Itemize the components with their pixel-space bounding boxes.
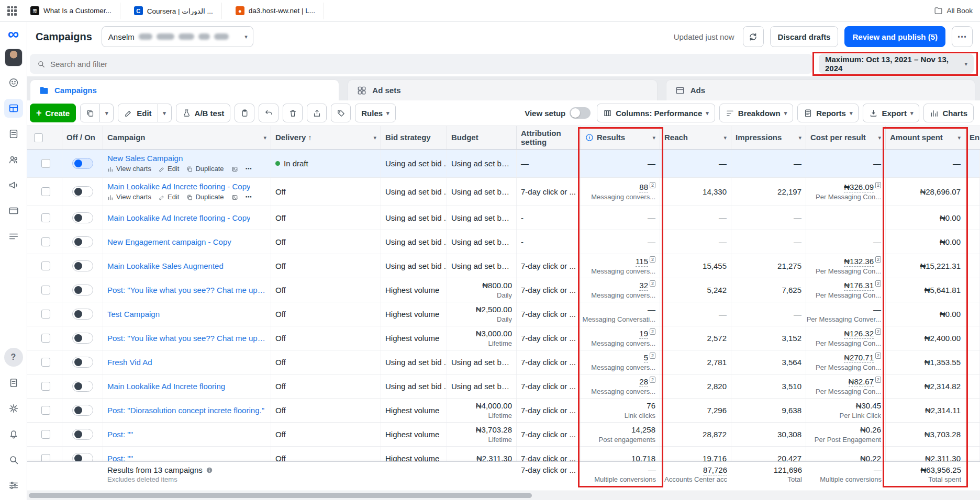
column-header-bid-strategy[interactable]: Bid strategy <box>381 126 447 149</box>
settings-button[interactable] <box>4 399 23 418</box>
row-checkbox[interactable] <box>41 358 50 367</box>
campaign-toggle[interactable] <box>72 309 93 320</box>
campaign-toggle[interactable] <box>72 236 93 247</box>
column-header-impressions[interactable]: Impressions▾ <box>731 126 806 149</box>
campaign-toggle[interactable] <box>72 186 93 197</box>
sidebar-item-overview[interactable] <box>4 73 23 92</box>
campaign-name-link[interactable]: New Sales Campaign <box>107 154 183 163</box>
export-button[interactable]: Export▾ <box>863 104 919 122</box>
help-button[interactable]: ? <box>4 348 23 367</box>
edit-action[interactable]: Edit <box>159 165 179 173</box>
discard-drafts-button[interactable]: Discard drafts <box>770 26 839 47</box>
view-charts-action[interactable]: View charts <box>107 165 151 173</box>
row-checkbox[interactable] <box>41 430 50 439</box>
review-publish-button[interactable]: Review and publish (5) <box>844 26 945 47</box>
charts-button[interactable]: Charts <box>923 104 974 122</box>
campaign-toggle[interactable] <box>72 429 93 440</box>
edit-button[interactable]: Edit <box>118 104 158 122</box>
campaign-name-link[interactable]: Fresh Vid Ad <box>107 358 152 367</box>
edit-action[interactable]: Edit <box>159 193 179 201</box>
row-checkbox[interactable] <box>41 286 50 294</box>
column-header-cost-per-result[interactable]: Cost per result▾ <box>806 126 886 149</box>
view-charts-action[interactable]: View charts <box>107 193 151 201</box>
column-header-off-on[interactable]: Off / On <box>62 126 103 149</box>
row-checkbox[interactable] <box>41 213 50 222</box>
campaign-name-link[interactable]: Post: "" <box>107 430 133 439</box>
rules-button[interactable]: Rules▾ <box>355 104 395 122</box>
breakdown-button[interactable]: Breakdown▾ <box>719 104 793 122</box>
row-checkbox[interactable] <box>41 187 50 196</box>
columns-button[interactable]: Columns: Performance▾ <box>597 104 715 122</box>
campaign-name-link[interactable]: Test Campaign <box>107 310 160 319</box>
search-input[interactable] <box>50 60 806 69</box>
more-actions[interactable]: ⋯ <box>246 193 253 201</box>
column-header-delivery[interactable]: Delivery↑▾ <box>271 126 381 149</box>
row-checkbox[interactable] <box>41 262 50 270</box>
select-all-checkbox[interactable] <box>34 133 43 142</box>
more-actions[interactable]: ⋯ <box>246 165 253 173</box>
delete-button[interactable] <box>283 104 303 122</box>
create-button[interactable]: +Create <box>30 104 76 122</box>
column-header-results[interactable]: Results▾ <box>581 126 660 149</box>
row-checkbox[interactable] <box>41 382 50 391</box>
campaign-toggle[interactable] <box>72 260 93 271</box>
scrollbar-thumb[interactable] <box>29 493 532 498</box>
view-setup-toggle[interactable] <box>570 107 591 119</box>
row-checkbox[interactable] <box>41 406 50 415</box>
undo-button[interactable] <box>259 104 279 122</box>
campaign-toggle[interactable] <box>72 357 93 368</box>
avatar[interactable] <box>5 49 23 66</box>
column-header-ends[interactable]: En <box>965 126 980 149</box>
campaign-name-link[interactable]: Main Lookalike Ad Increte flooring - Cop… <box>107 182 250 191</box>
browser-tab-2[interactable]: C Coursera | الدورات ... <box>126 3 222 19</box>
pin-image-action[interactable] <box>231 166 238 173</box>
sidebar-item-pages[interactable] <box>4 124 23 143</box>
duplicate-action[interactable]: Duplicate <box>186 165 224 173</box>
tab-grid-icon[interactable] <box>7 6 17 16</box>
notifications-button[interactable] <box>4 425 23 444</box>
ab-test-button[interactable]: A/B test <box>176 104 231 122</box>
sidebar-item-all-tools[interactable] <box>4 227 23 246</box>
pin-image-action[interactable] <box>231 194 238 201</box>
duplicate-action[interactable]: Duplicate <box>186 193 224 201</box>
tab-campaigns[interactable]: Campaigns <box>30 79 339 100</box>
campaign-name-link[interactable]: Post: "You like what you see?? Chat me u… <box>107 286 266 295</box>
campaign-toggle[interactable] <box>72 405 93 416</box>
sidebar-item-campaigns[interactable] <box>4 99 23 118</box>
duplicate-dropdown[interactable]: ▾ <box>100 104 114 122</box>
more-options-button[interactable]: ⋯ <box>952 26 973 47</box>
meta-logo[interactable]: ∞ <box>8 26 19 42</box>
browser-tab-3[interactable]: ● da3.host-ww.net | L... <box>227 3 324 19</box>
row-checkbox[interactable] <box>41 159 50 168</box>
row-checkbox[interactable] <box>41 237 50 246</box>
campaign-toggle[interactable] <box>72 158 93 169</box>
column-header-campaign[interactable]: Campaign▾ <box>103 126 271 149</box>
campaign-toggle[interactable] <box>72 212 93 223</box>
date-range-selector[interactable]: Maximum: Oct 13, 2021 – Nov 13, 2024 ▾ <box>819 54 974 74</box>
column-header-budget[interactable]: Budget <box>447 126 517 149</box>
campaign-toggle[interactable] <box>72 333 93 344</box>
sidebar-item-billing[interactable] <box>4 201 23 220</box>
campaign-name-link[interactable]: Main Lookalike Ad Increte flooring - Cop… <box>107 213 250 223</box>
tag-button[interactable] <box>331 104 351 122</box>
tab-ads[interactable]: Ads <box>666 79 975 100</box>
browser-tab-1[interactable]: ≋ What Is a Customer... <box>22 3 120 19</box>
row-checkbox[interactable] <box>41 334 50 343</box>
campaign-name-link[interactable]: New Engagement campaign - Copy <box>107 237 231 247</box>
duplicate-button[interactable] <box>80 104 100 122</box>
tab-adsets[interactable]: Ad sets <box>348 79 657 100</box>
campaign-name-link[interactable]: Post: "You like what you see?? Chat me u… <box>107 334 266 343</box>
share-button[interactable] <box>307 104 327 122</box>
account-selector[interactable]: Anselm ▾ <box>102 26 253 47</box>
campaign-name-link[interactable]: Main Lookalike Sales Augmented <box>107 262 224 271</box>
column-header-amount-spent[interactable]: Amount spent▾ <box>886 126 965 149</box>
refresh-button[interactable] <box>743 26 764 47</box>
all-bookmarks-button[interactable]: All Book <box>934 6 973 15</box>
campaign-toggle[interactable] <box>72 381 93 392</box>
clipboard-button[interactable] <box>235 104 254 122</box>
preferences-button[interactable] <box>4 476 23 495</box>
column-header-attribution[interactable]: Attribution setting <box>517 126 581 149</box>
sidebar-item-audiences[interactable] <box>4 150 23 169</box>
edit-dropdown[interactable]: ▾ <box>158 104 172 122</box>
column-header-reach[interactable]: Reach▾ <box>660 126 731 149</box>
